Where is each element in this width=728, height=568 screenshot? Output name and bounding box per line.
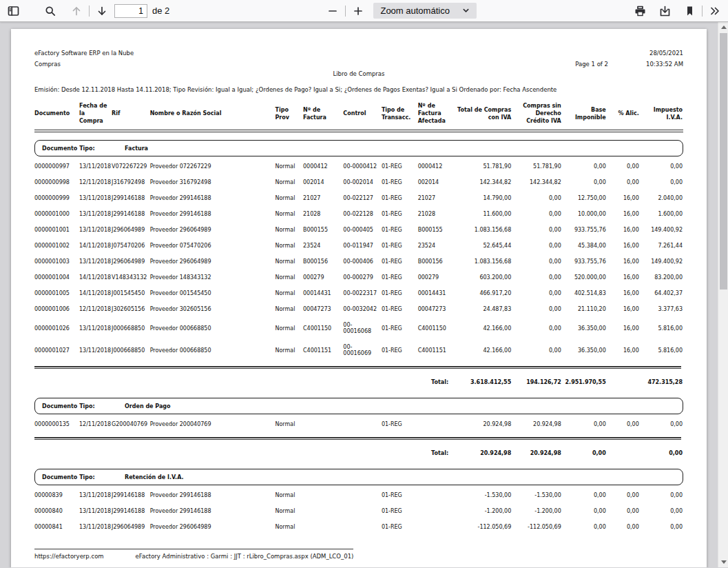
table-cell: Proveedor 296064989 (150, 254, 275, 270)
table-cell: 01-REG (382, 270, 418, 285)
table-cell: J296064989 (112, 254, 150, 270)
scrollbar-down-arrow-icon[interactable] (718, 557, 728, 567)
table-cell: -1.200,00 (512, 503, 562, 519)
table-cell: 21.110,20 (562, 301, 607, 317)
print-icon (634, 6, 646, 17)
scrollbar-up-arrow-icon[interactable] (718, 22, 728, 32)
table-cell: 00-022127 (343, 190, 382, 206)
table-cell: J302605156 (112, 301, 150, 317)
vertical-scrollbar[interactable] (718, 22, 728, 567)
report-criteria: Emisión: Desde 12.11.2018 Hasta 14.11.20… (34, 83, 683, 96)
report-table-body: Documento Tipo:Factura000000099713/11/20… (34, 131, 683, 535)
pdf-toolbar: de 2 Zoom automático (0, 0, 728, 22)
table-cell: 00-0000412 (343, 159, 382, 174)
search-icon (45, 6, 56, 17)
table-cell: 20.924,98 (457, 416, 512, 432)
section-total-row: Total:3.618.412,55194.126,722.951.970,55… (34, 374, 683, 390)
table-cell: 00-00016069 (343, 339, 382, 361)
zoom-in-button[interactable] (349, 2, 368, 20)
arrow-down-icon (96, 6, 107, 17)
column-header: Base Imponible (562, 101, 607, 131)
table-cell: 0,00 (512, 285, 562, 301)
sidebar-toggle-button[interactable] (3, 2, 23, 20)
table-cell: 0,00 (607, 487, 640, 503)
previous-page-button[interactable] (67, 2, 86, 20)
table-cell: B000155 (418, 222, 457, 238)
table-cell: Proveedor 296064989 (150, 519, 275, 535)
table-cell (343, 416, 382, 432)
table-cell: Normal (275, 159, 303, 174)
table-cell: 0000000998 (34, 174, 79, 190)
table-cell: 0000001002 (34, 238, 79, 254)
table-cell: B000156 (303, 254, 343, 270)
table-cell: -112.050,69 (457, 519, 512, 535)
column-header: Documento (34, 101, 79, 131)
table-cell: Proveedor 200040769 (150, 416, 275, 432)
section-rule (34, 437, 681, 440)
page-number-input[interactable] (114, 4, 147, 18)
table-cell: 0,00 (640, 416, 683, 432)
table-cell: 00047273 (303, 301, 343, 317)
table-cell: Proveedor 001545450 (150, 285, 275, 301)
report-date: 28/05/2021 (575, 48, 683, 59)
table-cell: 83.200,00 (640, 270, 683, 285)
table-cell: -1.530,00 (457, 487, 512, 503)
table-cell: 16,00 (607, 270, 640, 285)
table-cell: 23524 (303, 238, 343, 254)
table-cell (343, 487, 382, 503)
report-time: 10:33:52 AM (646, 59, 683, 70)
table-row: 000000100514/11/2018J001545450Proveedor … (34, 285, 683, 301)
section-rule-row (34, 361, 683, 374)
zoom-mode-select[interactable]: Zoom automático (373, 3, 476, 19)
table-cell: -112.050,69 (512, 519, 562, 535)
table-cell: 13/11/2018 (79, 222, 112, 238)
zoom-out-button[interactable] (323, 2, 342, 20)
table-cell: Normal (275, 519, 303, 535)
table-cell: 00-000279 (343, 270, 382, 285)
report-footer: https://efactoryerp.com eFactory Adminis… (34, 549, 353, 560)
table-cell: 01-REG (382, 503, 418, 519)
table-cell: 0000412 (303, 159, 343, 174)
table-cell: 12.750,00 (562, 190, 607, 206)
report-module: Compras (34, 59, 134, 70)
section-total-row: Total:20.924,9820.924,980,000,00 (34, 445, 683, 461)
more-tools-button[interactable] (705, 2, 725, 20)
table-cell: 0000001003 (34, 254, 79, 270)
table-cell: 00047273 (418, 301, 457, 317)
table-cell: 7.261,44 (640, 238, 683, 254)
column-header: Nº de Factura (303, 101, 343, 131)
column-header: Rif (112, 101, 150, 131)
table-cell: Proveedor 299146188 (150, 487, 275, 503)
arrow-up-icon (71, 6, 82, 17)
download-button[interactable] (655, 2, 674, 20)
scrollbar-thumb[interactable] (720, 33, 727, 290)
table-cell: Proveedor 148343132 (150, 270, 275, 285)
table-cell: 0000001006 (34, 301, 79, 317)
table-cell: 0,00 (607, 159, 640, 174)
pdf-viewport: eFactory Software ERP en la Nube Compras… (0, 22, 728, 567)
table-cell: 16,00 (607, 222, 640, 238)
table-cell: 0,00 (640, 519, 683, 535)
table-cell: 0000412 (418, 159, 457, 174)
table-cell: 0000000999 (34, 190, 79, 206)
table-cell: 21027 (303, 190, 343, 206)
table-cell: 21027 (418, 190, 457, 206)
table-cell: 13/11/2018 (79, 317, 112, 339)
next-page-button[interactable] (92, 2, 112, 20)
table-cell: 13/11/2018 (79, 487, 112, 503)
print-button[interactable] (630, 2, 649, 20)
table-cell: 01-REG (382, 222, 418, 238)
table-cell: 13/11/2018 (79, 254, 112, 270)
table-cell: 0,00 (607, 503, 640, 519)
table-row: 0000084013/11/2018J299146188Proveedor 29… (34, 503, 683, 519)
table-cell: 0,00 (562, 174, 607, 190)
table-cell: 000279 (303, 270, 343, 285)
table-cell: Normal (275, 317, 303, 339)
table-cell: 01-REG (382, 519, 418, 535)
search-button[interactable] (41, 2, 60, 20)
table-cell: 142.344,82 (512, 174, 562, 190)
table-cell: -1.530,00 (512, 487, 562, 503)
table-cell: Proveedor 299146188 (150, 190, 275, 206)
table-cell: 0,00 (512, 190, 562, 206)
bookmark-button[interactable] (680, 2, 699, 20)
